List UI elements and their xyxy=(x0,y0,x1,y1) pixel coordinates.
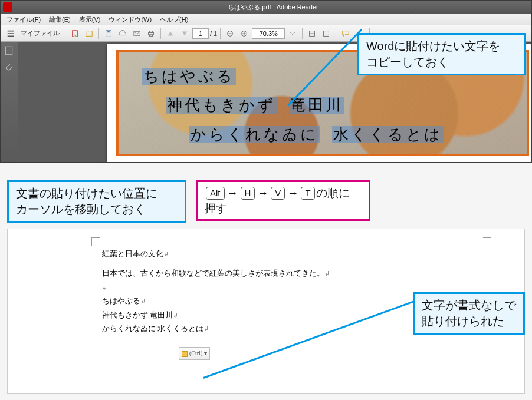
page-up-icon[interactable] xyxy=(164,27,177,40)
menu-file[interactable]: ファイル(F) xyxy=(3,14,44,25)
save-icon[interactable] xyxy=(102,27,115,40)
menu-window[interactable]: ウィンドウ(W) xyxy=(105,14,155,25)
attachment-icon[interactable] xyxy=(4,62,15,74)
crop-mark-icon xyxy=(91,237,100,246)
key-v: V xyxy=(271,187,285,200)
callout-text: の順に xyxy=(316,186,350,201)
toolbar-separator xyxy=(220,28,221,39)
page-total-label: / 1 xyxy=(210,30,217,37)
menu-edit[interactable]: 編集(E) xyxy=(45,14,74,25)
adobe-reader-window: ちはやぶる.pdf - Adobe Reader ファイル(F) 編集(E) 表… xyxy=(0,0,532,163)
clipboard-icon xyxy=(182,351,188,357)
svg-rect-0 xyxy=(73,30,78,37)
adobe-reader-icon xyxy=(3,2,12,12)
zoom-out-icon[interactable] xyxy=(224,27,237,40)
word-empty-line: ↲ xyxy=(102,280,409,294)
word-poem-line: からくれなゐに 水くくるとは↲ xyxy=(102,322,409,335)
word-poem-line: ちはやぶる↲ xyxy=(102,294,409,308)
poem-line-3: からくれなゐに 水くくるとは xyxy=(189,120,444,149)
callout-line: 貼り付けられた xyxy=(422,313,516,329)
arrow-icon: → xyxy=(287,186,298,201)
page-down-icon[interactable] xyxy=(178,27,191,40)
toolbar-separator xyxy=(336,28,336,39)
arrow-icon: → xyxy=(227,186,238,201)
zoom-in-icon[interactable] xyxy=(238,27,251,40)
callout-pasted-plain: 文字が書式なしで 貼り付けられた xyxy=(413,292,525,335)
key-h: H xyxy=(241,187,255,200)
paste-options-button[interactable]: (Ctrl) ▾ xyxy=(179,347,210,360)
callout-copy-text: Wordに貼付けたい文字を コピーしておく xyxy=(357,33,526,75)
key-t: T xyxy=(301,187,314,200)
toolbar-separator xyxy=(98,28,99,39)
callout-move-cursor: 文書の貼り付けたい位置に カーソルを移動しておく xyxy=(7,180,186,223)
arrow-icon: → xyxy=(257,186,268,201)
fit-width-icon[interactable] xyxy=(306,27,318,40)
word-page-content: 紅葉と日本の文化↲ 日本では、古くから和歌などで紅葉の美しさが表現されてきた。↲… xyxy=(102,247,409,349)
thumbnails-icon[interactable] xyxy=(4,45,15,57)
crop-mark-icon xyxy=(483,237,491,246)
callout-line: Wordに貼付けたい文字を xyxy=(366,38,517,54)
toolbar-separator xyxy=(65,28,65,39)
callout-line: 文書の貼り付けたい位置に xyxy=(16,186,178,201)
email-icon[interactable] xyxy=(130,27,143,40)
word-title: 紅葉と日本の文化↲ xyxy=(102,247,409,260)
svg-rect-2 xyxy=(107,31,110,32)
page-number-input[interactable] xyxy=(192,28,209,39)
svg-rect-11 xyxy=(5,47,12,55)
fit-page-icon[interactable] xyxy=(320,27,333,40)
poem-line-2: 神代もきかず 竜田川 xyxy=(166,91,444,120)
print-icon[interactable] xyxy=(145,27,157,40)
zoom-input[interactable] xyxy=(252,28,285,39)
menu-view[interactable]: 表示(V) xyxy=(75,14,104,25)
svg-rect-10 xyxy=(324,31,329,36)
myfile-label[interactable]: マイファイル xyxy=(18,29,62,38)
word-body-line: 日本では、古くから和歌などで紅葉の美しさが表現されてきた。↲ xyxy=(102,266,409,280)
menubar: ファイル(F) 編集(E) 表示(V) ウィンドウ(W) ヘルプ(H) xyxy=(1,14,531,25)
menu-help[interactable]: ヘルプ(H) xyxy=(156,14,192,25)
toolbar-separator xyxy=(302,28,303,39)
side-panel xyxy=(1,42,18,162)
comment-icon[interactable] xyxy=(339,27,352,40)
hamburger-icon[interactable] xyxy=(4,27,17,40)
key-alt: Alt xyxy=(206,187,225,200)
cloud-icon[interactable] xyxy=(116,27,129,40)
convert-pdf-icon[interactable] xyxy=(68,27,81,40)
window-title: ちはやぶる.pdf - Adobe Reader xyxy=(15,3,531,12)
open-icon[interactable] xyxy=(83,27,96,40)
svg-rect-5 xyxy=(149,31,152,32)
callout-line: 文字が書式なしで xyxy=(422,297,516,313)
callout-line: カーソルを移動しておく xyxy=(16,201,178,217)
toolbar-separator xyxy=(160,28,161,39)
titlebar: ちはやぶる.pdf - Adobe Reader xyxy=(1,1,531,14)
callout-key-sequence: Alt → H → V → T の順に 押す xyxy=(196,180,370,221)
zoom-dropdown-icon[interactable] xyxy=(286,27,299,40)
callout-line: 押す xyxy=(205,201,362,216)
callout-line: コピーしておく xyxy=(366,54,517,70)
